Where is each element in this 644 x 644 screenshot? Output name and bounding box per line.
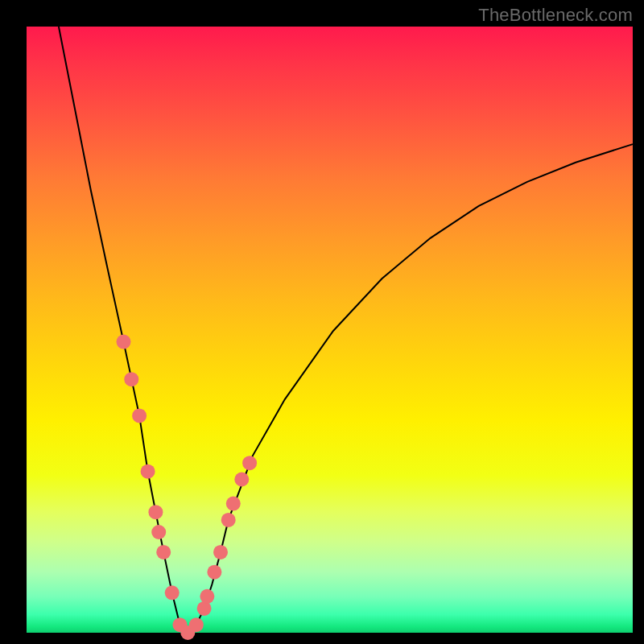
sample-dot <box>124 372 138 386</box>
curve-svg <box>27 27 633 633</box>
sample-dot <box>151 525 166 539</box>
sample-dot <box>200 589 214 604</box>
sample-dot <box>141 464 155 479</box>
sample-dot <box>148 505 163 519</box>
watermark-text: TheBottleneck.com <box>478 5 633 26</box>
sample-dot <box>117 335 131 349</box>
sample-dot <box>213 545 228 559</box>
sample-dot <box>132 408 147 423</box>
sample-dot <box>197 601 212 616</box>
sample-dot <box>207 565 221 580</box>
sample-dots <box>117 335 258 640</box>
sample-dot <box>156 545 171 559</box>
sample-dot <box>221 513 236 527</box>
sample-dot <box>189 617 204 632</box>
plot-area <box>27 27 633 633</box>
chart-frame: TheBottleneck.com <box>0 0 644 644</box>
sample-dot <box>234 473 249 487</box>
sample-dot <box>165 585 180 600</box>
sample-dot <box>242 456 257 470</box>
sample-dot <box>226 497 241 511</box>
bottleneck-curve <box>59 27 633 633</box>
